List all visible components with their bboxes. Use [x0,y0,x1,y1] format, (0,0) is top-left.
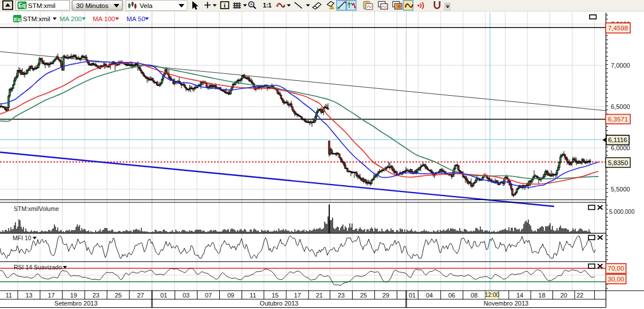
svg-text:RSI 14 Suavizado: RSI 14 Suavizado [14,264,62,271]
svg-text:6,0000: 6,0000 [611,144,630,151]
svg-text:04: 04 [426,292,433,299]
svg-text:MA 100: MA 100 [93,15,115,22]
svg-text:MA 200: MA 200 [60,15,82,22]
svg-text:5,8350: 5,8350 [608,159,628,166]
svg-text:MFI 10: MFI 10 [13,234,31,241]
svg-text:7,4598: 7,4598 [608,25,628,32]
svg-text:Eq: Eq [18,2,26,9]
svg-text:Setembro 2013: Setembro 2013 [54,300,97,307]
svg-text:23: 23 [338,292,345,299]
svg-text:25: 25 [114,292,121,299]
svg-text:20: 20 [560,292,567,299]
svg-text:11: 11 [250,292,256,299]
svg-text:19: 19 [70,292,77,299]
svg-text:12:00: 12:00 [485,292,499,298]
svg-text:7,0000: 7,0000 [611,62,630,69]
svg-text:13: 13 [25,292,32,299]
svg-text:Eq: Eq [14,16,21,22]
svg-text:6,1116: 6,1116 [608,136,627,143]
svg-text:29: 29 [382,292,389,299]
svg-text:1:1: 1:1 [263,2,271,9]
svg-text:MA 50: MA 50 [127,15,145,22]
svg-text:Vela: Vela [140,2,153,9]
svg-text:6,3571: 6,3571 [608,116,628,123]
svg-text:5.000.000: 5.000.000 [609,209,635,215]
svg-text:70,00: 70,00 [608,265,625,272]
svg-text:11: 11 [6,292,12,299]
svg-text:Novembro 2013: Novembro 2013 [484,300,528,307]
svg-text:Outubro 2013: Outubro 2013 [260,300,298,307]
svg-text:21: 21 [316,292,323,299]
svg-text:08: 08 [471,292,477,299]
svg-text:30,00: 30,00 [608,276,625,283]
svg-text:STM:xmilVolume: STM:xmilVolume [14,205,59,212]
svg-text:01: 01 [409,292,416,299]
svg-text:STM:xmil: STM:xmil [23,15,50,22]
svg-text:25: 25 [360,292,367,299]
svg-text:07: 07 [205,292,212,299]
svg-text:6,5000: 6,5000 [611,103,630,110]
svg-text:27: 27 [137,292,144,299]
svg-text:5,5000: 5,5000 [611,186,630,193]
svg-text:i: i [224,2,226,9]
svg-text:17: 17 [48,292,54,299]
svg-text:18: 18 [538,292,545,299]
svg-text:01: 01 [160,292,167,299]
svg-text:06: 06 [448,292,455,299]
svg-text:STM:xmil: STM:xmil [28,2,56,9]
svg-text:!: ! [331,5,332,9]
svg-text:03: 03 [183,292,189,299]
svg-text:09: 09 [227,292,234,299]
svg-text:23: 23 [92,292,99,299]
svg-text:22: 22 [576,292,583,299]
svg-text:14: 14 [516,292,523,299]
svg-text:17: 17 [294,292,301,299]
svg-text:15: 15 [271,292,278,299]
svg-text:30 Minutos: 30 Minutos [76,2,109,9]
